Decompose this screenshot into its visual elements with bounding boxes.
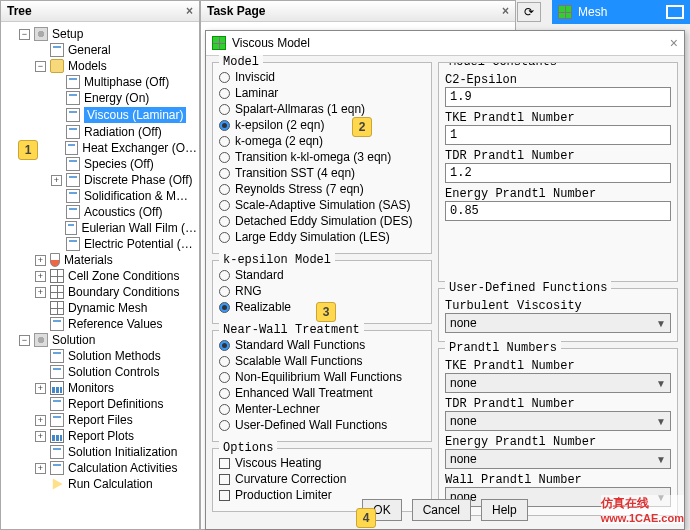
radio-option[interactable]: Standard Wall Functions [219,337,425,353]
tree-item[interactable]: Solidification & M… [3,188,197,204]
tree-item[interactable]: +Boundary Conditions [3,284,197,300]
combo-energy-prandtl-number[interactable]: none▼ [445,449,671,469]
radio-option[interactable]: Laminar [219,85,425,101]
tree-item[interactable]: −Models [3,58,197,74]
radio-option[interactable]: RNG [219,283,425,299]
tree-toggle-icon[interactable]: + [51,175,62,186]
combo-tdr-prandtl-number[interactable]: none▼ [445,411,671,431]
radio-option[interactable]: Reynolds Stress (7 eqn) [219,181,425,197]
tree-toggle-icon[interactable]: − [19,335,30,346]
tree-toggle-icon[interactable]: + [35,287,46,298]
maximize-icon[interactable] [666,5,684,19]
mesh-titlebar: Mesh [552,0,690,24]
tree-item[interactable]: Run Calculation [3,476,197,492]
combo-turbulent-viscosity[interactable]: none▼ [445,313,671,333]
tree-item-label: Solution Controls [68,365,159,379]
refresh-button[interactable]: ⟳ [517,2,541,22]
radio-option[interactable]: Spalart-Allmaras (1 eqn) [219,101,425,117]
radio-icon [219,372,230,383]
doc-icon [65,141,78,155]
chevron-down-icon: ▼ [656,378,666,389]
tree-item[interactable]: −Setup [3,26,197,42]
radio-option[interactable]: Menter-Lechner [219,401,425,417]
radio-option[interactable]: Large Eddy Simulation (LES) [219,229,425,245]
radio-option[interactable]: Standard [219,267,425,283]
tree-item[interactable]: Dynamic Mesh [3,300,197,316]
radio-option[interactable]: Enhanced Wall Treatment [219,385,425,401]
badge-1: 1 [18,140,38,160]
tree-item[interactable]: Solution Controls [3,364,197,380]
tree-item[interactable]: Energy (On) [3,90,197,106]
tree-item[interactable]: Solution Methods [3,348,197,364]
tree-item[interactable]: Report Definitions [3,396,197,412]
tree-item[interactable]: Viscous (Laminar) [3,106,197,124]
grid-icon [50,301,64,315]
radio-option[interactable]: Non-Equilibrium Wall Functions [219,369,425,385]
radio-option[interactable]: Transition SST (4 eqn) [219,165,425,181]
tree-toggle-icon[interactable]: + [35,415,46,426]
tree-item-label: Species (Off) [84,157,154,171]
tree-item[interactable]: Electric Potential (… [3,236,197,252]
check-option[interactable]: Viscous Heating [219,455,425,471]
check-option[interactable]: Curvature Correction [219,471,425,487]
tree-item[interactable]: −Solution [3,332,197,348]
tree-item-label: Solidification & M… [84,189,188,203]
cancel-button[interactable]: Cancel [412,499,471,521]
tree-item[interactable]: +Cell Zone Conditions [3,268,197,284]
tree-item[interactable]: +Report Plots [3,428,197,444]
tree-item-label: Calculation Activities [68,461,177,475]
radio-option[interactable]: User-Defined Wall Functions [219,417,425,433]
radio-option[interactable]: Scalable Wall Functions [219,353,425,369]
group-options-label: Options [219,441,277,455]
radio-option[interactable]: Scale-Adaptive Simulation (SAS) [219,197,425,213]
group-model-label: Model [219,55,263,69]
group-nwt-label: Near-Wall Treatment [219,323,364,337]
input-c2-epsilon[interactable] [445,87,671,107]
tree-item[interactable]: General [3,42,197,58]
radio-option[interactable]: Transition k-kl-omega (3 eqn) [219,149,425,165]
help-button[interactable]: Help [481,499,528,521]
tree-item[interactable]: +Discrete Phase (Off) [3,172,197,188]
viscous-dialog: Viscous Model × Model InviscidLaminarSpa… [205,30,685,530]
tree-item[interactable]: Acoustics (Off) [3,204,197,220]
doc-icon [50,349,64,363]
radio-option[interactable]: k-omega (2 eqn) [219,133,425,149]
tree-item[interactable]: Solution Initialization [3,444,197,460]
field-label: TDR Prandtl Number [445,149,671,163]
group-constants: Model Constants C2-EpsilonTKE Prandtl Nu… [438,62,678,282]
tree-item[interactable]: +Calculation Activities [3,460,197,476]
radio-icon [219,72,230,83]
tree-toggle-icon[interactable]: + [35,271,46,282]
combo-tke-prandtl-number[interactable]: none▼ [445,373,671,393]
tree-item-label: Viscous (Laminar) [84,107,186,123]
tree-item[interactable]: Eulerian Wall Film (… [3,220,197,236]
tree-item[interactable]: Radiation (Off) [3,124,197,140]
option-label: Realizable [235,300,291,314]
input-tdr-prandtl-number[interactable] [445,163,671,183]
tree-item[interactable]: +Materials [3,252,197,268]
tree-toggle-icon[interactable]: + [35,463,46,474]
tree-toggle-icon[interactable]: + [35,255,46,266]
input-energy-prandtl-number[interactable] [445,201,671,221]
tree-item[interactable]: Reference Values [3,316,197,332]
task-close-icon[interactable]: × [502,4,509,18]
option-label: Enhanced Wall Treatment [235,386,373,400]
field-label: TKE Prandtl Number [445,359,671,373]
tree-item-label: Cell Zone Conditions [68,269,179,283]
radio-icon [219,302,230,313]
dialog-close-icon[interactable]: × [670,35,678,51]
tree-toggle-icon[interactable]: − [19,29,30,40]
tree-toggle-icon[interactable]: + [35,431,46,442]
input-tke-prandtl-number[interactable] [445,125,671,145]
tree-item[interactable]: Multiphase (Off) [3,74,197,90]
radio-option[interactable]: Detached Eddy Simulation (DES) [219,213,425,229]
tree-item[interactable]: +Report Files [3,412,197,428]
tree-toggle-icon[interactable]: + [35,383,46,394]
radio-option[interactable]: Inviscid [219,69,425,85]
tree-toggle-icon[interactable]: − [35,61,46,72]
tree-close-icon[interactable]: × [186,4,193,18]
chevron-down-icon: ▼ [656,416,666,427]
option-label: Scalable Wall Functions [235,354,363,368]
radio-option[interactable]: k-epsilon (2 eqn) [219,117,425,133]
tree-item[interactable]: +Monitors [3,380,197,396]
